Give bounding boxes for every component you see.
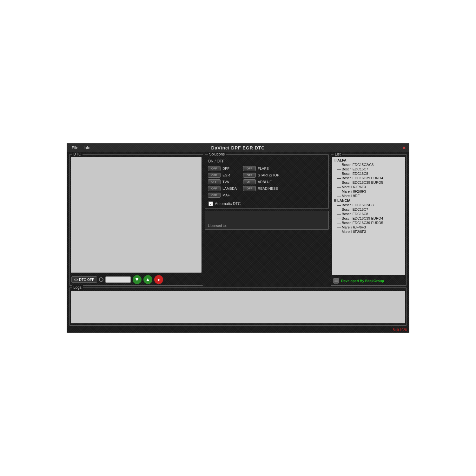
- upload-icon: ▲: [145, 277, 150, 282]
- alfa-group-label: ALFA: [337, 158, 347, 162]
- solutions-panel-label: Solutions: [208, 152, 226, 156]
- list-panel-label: List: [334, 152, 342, 156]
- menu-info[interactable]: Info: [81, 145, 93, 151]
- sol-row-adblue: OFF ADBLUE: [243, 179, 279, 184]
- list-item-lancia-edc16c39-euro4[interactable]: — Bosch EDC16C39 EURO4: [332, 216, 405, 221]
- toggle-tva[interactable]: OFF: [208, 179, 221, 184]
- label-egr: EGR: [222, 173, 230, 177]
- logs-content-area: [71, 291, 405, 323]
- list-item-alfa-marelli-8f2[interactable]: — Marelli 8F2/8F3: [332, 189, 405, 194]
- toggle-flaps[interactable]: OFF: [243, 166, 256, 171]
- list-item-lancia-marelli-8f2[interactable]: — Marelli 8F2/8F3: [332, 229, 405, 234]
- list-item-lancia-edc15c7[interactable]: — Bosch EDC15C7: [332, 207, 405, 212]
- list-item-lancia-edc16c8[interactable]: — Bosch EDC16C8: [332, 212, 405, 216]
- list-item-lancia-edc15c2[interactable]: — Bosch EDC15C2/C3: [332, 203, 405, 207]
- solutions-left-col: OFF DPF OFF EGR OFF TVA: [208, 166, 237, 198]
- list-item-alfa-edc15c7[interactable]: — Bosch EDC15C7: [332, 167, 405, 171]
- solutions-columns: OFF DPF OFF EGR OFF TVA: [208, 166, 326, 198]
- list-item-alfa-marelli-6jf[interactable]: — Marelli 6JF/6F3: [332, 185, 405, 189]
- list-item-lancia-marelli-6jf[interactable]: — Marelli 6JF/6F3: [332, 225, 405, 229]
- solutions-panel: Solutions ON / OFF OFF DPF OFF EG: [205, 154, 329, 209]
- sol-row-startstop: OFF START\STOP: [243, 173, 279, 178]
- list-footer: Developed By BackGroup: [331, 276, 407, 285]
- download-icon: ▼: [135, 277, 140, 282]
- list-item-alfa-edc16c39-euro5[interactable]: — Bosch EDC16C39 EURO5: [332, 180, 405, 185]
- close-button[interactable]: ✕: [401, 146, 407, 150]
- sol-row-egr: OFF EGR: [208, 173, 237, 178]
- status-circle-icon: [99, 277, 103, 282]
- logs-panel: Logs: [69, 288, 407, 326]
- logs-panel-label: Logs: [72, 285, 83, 290]
- stop-icon: ●: [157, 277, 160, 282]
- list-item-alfa-edc16c8[interactable]: — Bosch EDC16C8: [332, 171, 405, 176]
- toggle-startstop[interactable]: OFF: [243, 173, 256, 178]
- stop-button[interactable]: ●: [154, 275, 163, 284]
- toggle-lambda[interactable]: OFF: [208, 186, 221, 191]
- label-readiness: READINESS: [258, 187, 278, 190]
- list-content-area[interactable]: ⊟ ALFA — Bosch EDC15C2/C3 — Bosch EDC15C…: [332, 157, 405, 275]
- minimize-button[interactable]: —: [394, 146, 400, 150]
- list-item-alfa-edc15c2[interactable]: — Bosch EDC15C2/C3: [332, 162, 405, 167]
- developed-by-label: Developed By BackGroup: [341, 279, 384, 283]
- label-flaps: FLAPS: [258, 167, 269, 170]
- sol-row-tva: OFF TVA: [208, 179, 237, 184]
- lancia-group-label: LANCIA: [337, 199, 351, 202]
- alfa-collapse-icon: ⊟: [334, 158, 336, 162]
- solutions-content: ON / OFF OFF DPF OFF EGR: [208, 159, 326, 206]
- menu-bar: File Info DaVinci DPF EGR DTC — ✕: [67, 143, 409, 152]
- list-item-alfa-edc16c39-euro4[interactable]: — Bosch EDC16C39 EURO4: [332, 176, 405, 180]
- dtc-panel: DTC ⏻ DTC OFF ▼ ▲ ●: [69, 154, 203, 286]
- main-window: File Info DaVinci DPF EGR DTC — ✕ DTC ⏻ …: [67, 143, 409, 333]
- on-off-label: ON / OFF: [208, 159, 326, 163]
- list-action-icon[interactable]: [333, 278, 339, 284]
- power-icon: ⏻: [74, 278, 78, 281]
- auto-dtc-label: Automatic DTC: [215, 202, 241, 206]
- dtc-content-area: [71, 157, 202, 273]
- dtc-panel-label: DTC: [72, 152, 83, 156]
- content-area: DTC ⏻ DTC OFF ▼ ▲ ●: [67, 152, 409, 288]
- label-lambda: LAMBDA: [222, 187, 237, 190]
- build-label: Built 1028: [393, 328, 407, 332]
- label-tva: TVA: [222, 180, 229, 184]
- list-item-alfa-marelli-9df[interactable]: — Marelli 9DF: [332, 194, 405, 198]
- dtc-footer: ⏻ DTC OFF ▼ ▲ ●: [69, 274, 203, 285]
- toggle-maf[interactable]: OFF: [208, 193, 221, 198]
- sol-row-readiness: OFF READINESS: [243, 186, 279, 191]
- download-button[interactable]: ▼: [133, 275, 142, 284]
- toggle-egr[interactable]: OFF: [208, 173, 221, 178]
- label-startstop: START\STOP: [258, 173, 279, 177]
- toggle-adblue[interactable]: OFF: [243, 179, 256, 184]
- auto-dtc-checkbox[interactable]: ✓: [208, 202, 213, 206]
- label-adblue: ADBLUE: [258, 180, 272, 184]
- menu-file[interactable]: File: [69, 145, 81, 151]
- dtc-input-field[interactable]: [105, 276, 131, 283]
- lancia-collapse-icon: ⊟: [334, 198, 336, 202]
- footer: Built 1028: [67, 327, 409, 333]
- list-item-lancia-edc16c39-euro5[interactable]: — Bosch EDC16C39 EURO5: [332, 221, 405, 225]
- solutions-lower-panel: Licensed to:: [205, 211, 329, 230]
- window-controls: — ✕: [394, 146, 407, 150]
- sol-row-dpf: OFF DPF: [208, 166, 237, 171]
- dtc-off-label: DTC OFF: [79, 278, 94, 281]
- solutions-right-col: OFF FLAPS OFF START\STOP OFF ADBLUE: [243, 166, 279, 198]
- toggle-dpf[interactable]: OFF: [208, 166, 221, 171]
- sol-row-lambda: OFF LAMBDA: [208, 186, 237, 191]
- toggle-readiness[interactable]: OFF: [243, 186, 256, 191]
- auto-dtc-row: ✓ Automatic DTC: [208, 202, 326, 206]
- dtc-off-button[interactable]: ⏻ DTC OFF: [71, 276, 97, 283]
- window-title: DaVinci DPF EGR DTC: [211, 145, 265, 150]
- label-dpf: DPF: [222, 167, 229, 170]
- upload-button[interactable]: ▲: [143, 275, 152, 284]
- middle-section: Solutions ON / OFF OFF DPF OFF EG: [205, 154, 329, 286]
- label-maf: MAF: [222, 193, 230, 197]
- sol-row-maf: OFF MAF: [208, 193, 237, 198]
- list-group-alfa[interactable]: ⊟ ALFA: [332, 158, 405, 162]
- licensed-to-label: Licensed to:: [208, 224, 227, 228]
- list-panel: List ⊟ ALFA — Bosch EDC15C2/C3 — Bosch E…: [331, 154, 407, 286]
- list-group-lancia[interactable]: ⊟ LANCIA: [332, 198, 405, 203]
- sol-row-flaps: OFF FLAPS: [243, 166, 279, 171]
